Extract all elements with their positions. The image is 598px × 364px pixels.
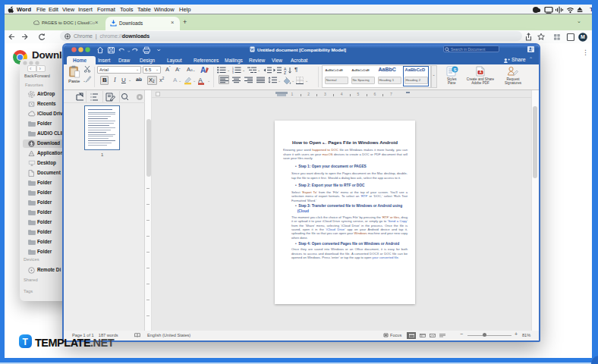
svg-text:M: M [581,34,585,39]
svg-text:3: 3 [232,71,234,74]
svg-text:Z: Z [284,71,286,74]
svg-text:S: S [453,67,456,72]
svg-text:A: A [200,66,206,74]
svg-text:A: A [198,77,203,84]
